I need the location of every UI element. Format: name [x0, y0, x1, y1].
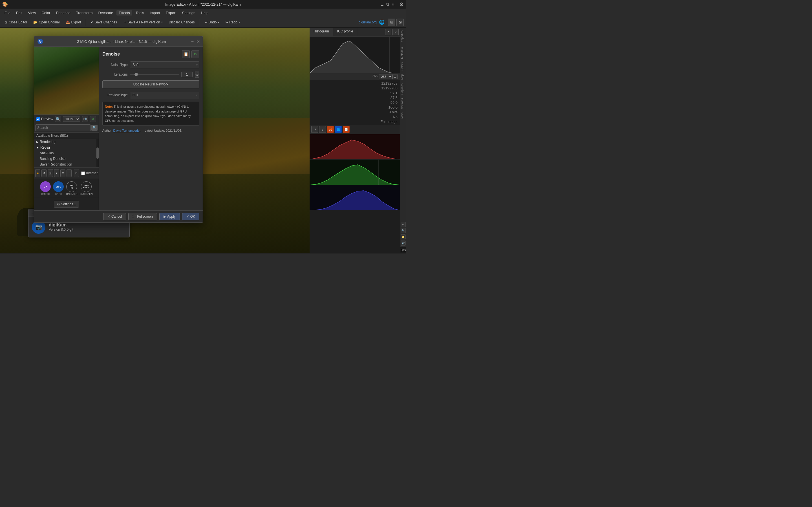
noise-type-select[interactable]: Soft Gaussian Salt & Pepper Poisson — [130, 61, 199, 68]
view-single-button[interactable]: ⊟ — [388, 19, 395, 26]
filter-item-banding-denoise[interactable]: Banding Denoise — [34, 156, 99, 162]
open-original-button[interactable]: 📂 Open Original — [31, 19, 62, 25]
preview-refresh-button[interactable]: ↺ — [90, 116, 96, 122]
menu-color[interactable]: Color — [39, 10, 52, 15]
undo-button[interactable]: ↩ Undo ▾ — [202, 19, 222, 25]
side-btn-orange[interactable]: 🦊 — [327, 126, 334, 133]
refresh-filter-button[interactable]: ↺ — [191, 50, 199, 58]
category-rendering[interactable]: ▶ Rendering — [34, 139, 99, 145]
metadata-tab[interactable]: Metadata — [400, 45, 406, 61]
copy-button[interactable]: 📋 — [182, 50, 190, 58]
filter-list-scrollbar[interactable] — [97, 139, 99, 167]
hist-shrink-button[interactable]: ↙ — [393, 29, 399, 35]
filter-download-button[interactable]: ↓ — [66, 169, 72, 177]
filter-grid-button[interactable]: ⊞ — [48, 169, 53, 177]
update-neural-network-button[interactable]: Update Neural Network — [102, 80, 199, 88]
right-tool-btn-1[interactable]: ⊕ — [401, 222, 406, 227]
histogram-tab[interactable]: Histogram — [309, 27, 333, 36]
iterations-row: Iterations ▲ ▼ — [102, 71, 199, 77]
icc-profile-tab[interactable]: ICC profile — [333, 27, 357, 36]
channel-select[interactable]: 255 128 0 — [379, 74, 393, 79]
tools-tab[interactable]: Tools — [400, 111, 406, 121]
menu-decorate[interactable]: Decorate — [96, 10, 115, 15]
zoom-out-button[interactable]: 🔍 — [55, 116, 61, 122]
properties-tab[interactable]: Properties — [400, 29, 406, 45]
search-input[interactable] — [35, 124, 91, 131]
menu-tools[interactable]: Tools — [133, 10, 146, 15]
save-as-new-button[interactable]: ＋ Save As New Version ▾ — [121, 19, 165, 26]
filter-list-button[interactable]: ≡ — [60, 169, 65, 177]
about-minimize-button[interactable]: − — [31, 211, 34, 215]
export-button[interactable]: 📤 Export — [63, 19, 83, 25]
gmic-dialog-footer: ✕ Cancel ⛶ Fullscreen ▶ Apply ✔ OK — [34, 210, 203, 222]
menu-settings[interactable]: Settings — [180, 10, 198, 15]
iterations-value-input[interactable] — [181, 72, 192, 77]
gmic-minimize-button[interactable]: − — [191, 39, 194, 44]
plus-icon: ＋ — [123, 20, 127, 24]
main-layout: G G'MIC-Qt for digiKam - Linux 64 bits -… — [0, 27, 406, 253]
map-tab[interactable]: Map — [400, 72, 406, 81]
menu-view[interactable]: View — [26, 10, 38, 15]
side-btn-blue[interactable]: 🌐 — [335, 126, 342, 133]
zoom-select[interactable]: 100 % — [63, 116, 80, 122]
settings-button[interactable]: ⚙ Settings... — [54, 201, 79, 208]
close-icon[interactable]: ✕ — [391, 2, 395, 7]
search-icon[interactable]: 🔍 — [91, 125, 98, 131]
captions-tab[interactable]: Captions — [400, 82, 406, 96]
iterations-down-button[interactable]: ▼ — [195, 74, 199, 77]
gmic-close-button[interactable]: ✕ — [196, 39, 200, 44]
iterations-slider[interactable] — [130, 74, 179, 75]
status-bar: RenderedImage 5.JPG (1 of 1) x4 032 (12.… — [0, 253, 406, 253]
filter-list-scrollbar-thumb[interactable] — [97, 148, 99, 159]
zoom-in-button[interactable]: +🔍 — [82, 116, 88, 122]
filter-refresh2-button[interactable]: ↺ — [74, 169, 79, 177]
side-btn-2[interactable]: ↙ — [319, 126, 326, 133]
preview-type-select[interactable]: Full 1/2 1/4 — [130, 92, 199, 98]
menu-enhance[interactable]: Enhance — [54, 10, 72, 15]
right-tool-btn-2[interactable]: 🔍 — [401, 228, 406, 233]
vertical-right-tabs: Properties Metadata Colors Map Captions … — [400, 27, 406, 253]
hist-expand-button[interactable]: ↗ — [385, 29, 391, 35]
channel-expand-button[interactable]: ▲ — [393, 74, 398, 79]
right-tool-btn-3[interactable]: 📁 — [401, 234, 406, 239]
side-btn-1[interactable]: ↗ — [311, 126, 318, 133]
menu-effects[interactable]: Effects — [116, 10, 132, 15]
iterations-up-button[interactable]: ▲ — [195, 71, 199, 74]
view-split-button[interactable]: ⊠ — [396, 19, 404, 26]
cnrs-logo: cnrs — [53, 181, 64, 192]
save-changes-button[interactable]: ✔ Save Changes — [88, 19, 120, 25]
close-editor-button[interactable]: ⊠ Close Editor — [2, 19, 30, 25]
cancel-button[interactable]: ✕ Cancel — [103, 213, 126, 220]
apply-button[interactable]: ▶ Apply — [159, 213, 180, 220]
minimize-icon[interactable]: 🗕 — [380, 2, 384, 7]
preview-checkbox[interactable] — [36, 117, 40, 121]
menu-transform[interactable]: Transform — [74, 10, 95, 15]
close-editor-icon: ⊠ — [5, 20, 8, 24]
ok-button[interactable]: ✔ OK — [182, 213, 199, 220]
maximize-icon[interactable]: ⧉ — [386, 2, 389, 7]
filter-dot-button[interactable]: ● — [54, 169, 59, 177]
menu-export[interactable]: Export — [164, 10, 179, 15]
right-tool-btn-4[interactable]: 🔊 — [401, 240, 406, 245]
author-link[interactable]: David Tschumperle — [113, 129, 139, 132]
latest-update-label: Latest Update: — [144, 129, 165, 132]
filter-refresh-button[interactable]: ↺ — [42, 169, 47, 177]
filter-item-anti-alias[interactable]: Anti Alias — [34, 150, 99, 156]
fullscreen-button[interactable]: ⛶ Fullscreen — [128, 213, 157, 220]
colors-tab[interactable]: Colors — [400, 61, 406, 72]
side-btn-orange2[interactable]: 📑 — [343, 126, 350, 133]
internet-checkbox[interactable] — [81, 171, 85, 175]
category-repair[interactable]: ▼ Repair — [34, 145, 99, 150]
versions-tab[interactable]: Versions — [400, 97, 406, 111]
menu-help[interactable]: Help — [199, 10, 211, 15]
menu-import[interactable]: Import — [148, 10, 162, 15]
filter-fav-button[interactable]: ★ — [35, 169, 40, 177]
menu-file[interactable]: File — [2, 10, 13, 15]
menu-edit[interactable]: Edit — [14, 10, 24, 15]
redo-button[interactable]: ↪ Redo ▾ — [223, 19, 242, 25]
filter-item-bayer-reconstruction[interactable]: Bayer Reconstruction — [34, 162, 99, 167]
discard-changes-button[interactable]: Discard Changes — [166, 19, 197, 25]
digikam-link[interactable]: digiKam.org — [359, 20, 377, 24]
histogram-tabs: Histogram ICC profile ↗ ↙ — [309, 27, 400, 37]
gmic-preview-area — [34, 47, 99, 114]
